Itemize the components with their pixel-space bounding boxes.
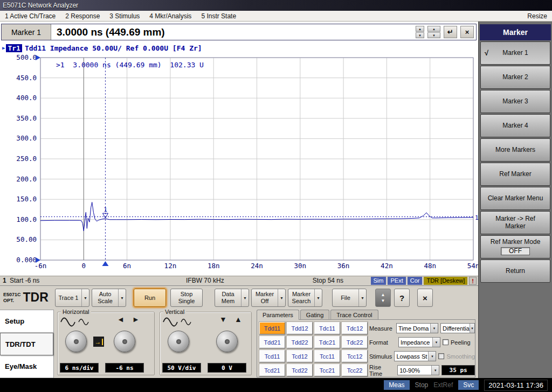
dropdown-arrow-icon[interactable]: ▼	[430, 324, 438, 333]
param-tcc21[interactable]: Tcc21	[314, 364, 340, 376]
hscale-display: 6 ns/div	[60, 363, 99, 373]
x-tick-label: 6n	[123, 262, 131, 270]
measure-row: Measure Time Doma ▼ Differentia ▼	[369, 322, 475, 334]
softkey-ref-marker-mode[interactable]: Ref Marker ModeOFF	[480, 235, 550, 258]
dropdown-arrow-icon[interactable]: ▼	[358, 289, 366, 306]
toolbar-run-button[interactable]: Run	[134, 289, 166, 307]
dropdown-arrow-icon[interactable]: ▼	[241, 289, 249, 306]
risetime-select[interactable]: 10-90% ▼	[397, 365, 439, 375]
marker-1-stimulus-triangle[interactable]	[102, 261, 108, 266]
spin-down-button[interactable]: ▼	[416, 32, 424, 38]
menu-item-5-instr-state[interactable]: 5 Instr State	[196, 12, 241, 20]
param-tcd11[interactable]: Tcd11	[259, 350, 285, 362]
softkey-clear-marker-menu[interactable]: Clear Marker Menu	[480, 187, 550, 210]
param-tdd11[interactable]: Tdd11	[259, 322, 285, 334]
tab-trace-control[interactable]: Trace Control	[330, 310, 378, 319]
hoffset-left-icon[interactable]: ◄	[117, 315, 125, 324]
dropdown-arrow-icon[interactable]: ▼	[81, 289, 89, 306]
y-axis-labels: 500.0450.0400.0350.0300.0250.0200.0150.0…	[16, 53, 37, 264]
format-select[interactable]: Impedance ▼	[398, 337, 440, 347]
voffset-down-icon[interactable]: ▼	[219, 315, 227, 324]
href-position-icon[interactable]: →	[93, 337, 104, 347]
dropdown-arrow-icon[interactable]: ▼	[431, 366, 439, 375]
param-tcd12[interactable]: Tcd12	[287, 350, 313, 362]
peeling-checkbox[interactable]: Peeling	[443, 339, 471, 346]
trace-select-arrow-icon: ▶	[2, 45, 5, 51]
hoffset-right-icon[interactable]: ►	[132, 315, 140, 324]
nav-tab-eye-mask[interactable]: Eye/Mask	[0, 355, 53, 378]
y-tick-label: 250.0	[16, 155, 37, 163]
smoothing-checkbox[interactable]: Smoothing	[438, 353, 475, 360]
menu-resize[interactable]: Resize	[522, 12, 552, 20]
dropdown-arrow-icon[interactable]: ▼	[428, 352, 436, 361]
enter-button[interactable]: ↵	[444, 26, 457, 38]
spin-up-button[interactable]: ▲	[416, 26, 424, 32]
param-tdd12[interactable]: Tdd12	[287, 322, 313, 334]
menu-item-3-stimulus[interactable]: 3 Stimulus	[105, 12, 144, 20]
param-tcc22[interactable]: Tcc22	[342, 364, 368, 376]
stimulus-select[interactable]: Lowpass St ▼	[394, 351, 436, 361]
nav-tab-setup[interactable]: Setup	[0, 310, 53, 333]
checkbox-box	[443, 339, 448, 345]
param-tdc21[interactable]: Tdc21	[314, 336, 340, 348]
spin-up-button[interactable]: ▲	[427, 26, 440, 32]
voffset-knob[interactable]	[216, 331, 238, 352]
menu-item-2-response[interactable]: 2 Response	[60, 12, 105, 20]
nav-tab-tdr-tdt[interactable]: TDR/TDT	[0, 333, 53, 355]
dropdown-arrow-icon[interactable]: ▼	[432, 338, 440, 347]
dropdown-arrow-icon[interactable]: ▼	[278, 289, 285, 306]
tab-gating[interactable]: Gating	[300, 310, 329, 319]
topology-select[interactable]: Differentia ▼	[440, 323, 475, 333]
param-tcc11[interactable]: Tcc11	[314, 350, 340, 362]
toolbar-marker-off-button[interactable]: Marker Off▼	[251, 289, 286, 307]
vscale-wave-large-icon[interactable]	[163, 316, 178, 328]
toolbar-file-button[interactable]: File▼	[332, 289, 367, 307]
toolbar-marker-search-button[interactable]: Marker Search▼	[288, 289, 322, 307]
softkey-return[interactable]: Return	[480, 260, 550, 283]
softkey-marker-1[interactable]: √Marker 1	[480, 41, 550, 65]
toolbar-data-mem-button[interactable]: Data Mem▼	[215, 289, 249, 307]
spin-down-button[interactable]: ▼	[427, 32, 440, 38]
param-settings: Measure Time Doma ▼ Differentia ▼ Format	[369, 322, 475, 378]
toolbar-stop-single-button[interactable]: Stop Single	[170, 289, 203, 307]
vscale-knob[interactable]	[168, 331, 189, 352]
param-tcd21[interactable]: Tcd21	[259, 364, 285, 376]
softkey-ref-marker[interactable]: Ref Marker	[480, 163, 550, 186]
toolbar-auto-scale-button[interactable]: Auto Scale▼	[92, 289, 126, 307]
vscale-wave-small-icon[interactable]	[181, 318, 191, 326]
voffset-up-icon[interactable]: ▲	[234, 315, 242, 324]
softkey-marker-2[interactable]: Marker 2	[480, 66, 550, 89]
toolbar-trace-1-button[interactable]: Trace 1▼	[55, 289, 89, 307]
trace-badge[interactable]: Tr1	[6, 44, 22, 52]
param-tcd22[interactable]: Tcd22	[287, 364, 313, 376]
format-row: Format Impedance ▼ Peeling	[369, 336, 475, 348]
softkey-more-markers[interactable]: More Markers	[480, 138, 550, 162]
dropdown-arrow-icon[interactable]: ▼	[118, 289, 126, 306]
menu-item-1-active-ch-trace[interactable]: 1 Active Ch/Trace	[0, 12, 60, 20]
scroll-updown-button[interactable]: ▲▼	[375, 289, 391, 307]
hoffset-knob[interactable]	[114, 331, 135, 352]
hscale-knob[interactable]	[65, 331, 87, 352]
close-tdr-button[interactable]: ×	[417, 289, 433, 307]
param-tcc12[interactable]: Tcc12	[342, 350, 368, 362]
dropdown-arrow-icon[interactable]: ▼	[314, 289, 322, 306]
close-entry-button[interactable]: ×	[460, 26, 474, 38]
hscale-wave-small-icon[interactable]	[78, 318, 89, 326]
softkey-marker-3[interactable]: Marker 3	[480, 90, 550, 113]
check-icon: √	[485, 49, 488, 57]
measure-label: Measure	[369, 325, 394, 332]
menu-item-4-mkr-analysis[interactable]: 4 Mkr/Analysis	[144, 12, 196, 20]
param-tdc11[interactable]: Tdc11	[314, 322, 340, 334]
softkey-marker-ref-marker[interactable]: Marker -> Ref Marker	[480, 211, 550, 234]
param-tdd21[interactable]: Tdd21	[259, 336, 285, 348]
dropdown-arrow-icon[interactable]: ▼	[470, 324, 474, 333]
param-tdc12[interactable]: Tdc12	[342, 322, 368, 334]
param-tdc22[interactable]: Tdc22	[342, 336, 368, 348]
param-tdd22[interactable]: Tdd22	[287, 336, 313, 348]
measure-select[interactable]: Time Doma ▼	[396, 323, 438, 333]
softkey-marker-4[interactable]: Marker 4	[480, 114, 550, 137]
hscale-wave-large-icon[interactable]	[60, 316, 75, 328]
marker-entry-value[interactable]: 3.0000 ns (449.69 mm)	[51, 24, 416, 40]
help-button[interactable]: ?	[394, 289, 410, 307]
tab-parameters[interactable]: Parameters	[257, 310, 299, 320]
